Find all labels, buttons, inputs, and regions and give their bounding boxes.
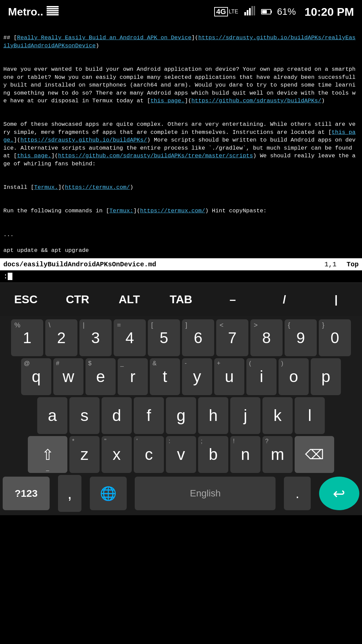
key-t[interactable]: &t — [150, 358, 180, 395]
key-s[interactable]: s — [69, 397, 100, 434]
slash-key[interactable]: / — [258, 283, 310, 316]
key-1[interactable]: %1 — [11, 319, 43, 356]
key-y[interactable]: -y — [182, 358, 212, 395]
keyboard: %1 \2 |3 =4 [5 ]6 <7 >8 {9 }0 @q #w $e _… — [0, 316, 362, 515]
key-z[interactable]: *z — [69, 436, 100, 473]
status-icons: 4G LTE 61% 10:20 PM — [214, 5, 354, 18]
network-icon: 4G LTE — [214, 7, 238, 16]
4g-label: 4G — [214, 7, 228, 16]
battery-percent: 61% — [277, 6, 296, 17]
cursor-block — [8, 273, 12, 280]
svg-rect-2 — [47, 10, 59, 11]
zxcv-row: ⇧ _ *z "x 'c :v ;b !n ?m ⌫ — [0, 436, 362, 473]
key-d[interactable]: d — [102, 397, 132, 434]
svg-rect-0 — [47, 6, 59, 7]
signal-bars-icon — [244, 6, 255, 18]
carrier-name: Metro.. — [8, 6, 43, 18]
key-b[interactable]: ;b — [198, 436, 228, 473]
key-5[interactable]: [5 — [148, 319, 180, 356]
key-x[interactable]: "x — [102, 436, 132, 473]
key-a[interactable]: a — [37, 397, 67, 434]
key-3[interactable]: |3 — [79, 319, 112, 356]
svg-rect-3 — [47, 12, 59, 13]
cmd-prompt: : — [3, 272, 8, 281]
svg-rect-6 — [247, 10, 248, 15]
alt-key[interactable]: ALT — [104, 283, 155, 316]
svg-rect-8 — [251, 6, 253, 15]
key-p[interactable]: p — [311, 358, 341, 395]
svg-rect-1 — [47, 8, 59, 9]
key-n[interactable]: !n — [230, 436, 260, 473]
key-u[interactable]: +u — [214, 358, 244, 395]
carrier-info: Metro.. — [8, 6, 59, 18]
key-6[interactable]: ]6 — [182, 319, 214, 356]
terminal-area: ## [Really Really Easily Build an Androi… — [0, 23, 362, 258]
esc-key[interactable]: ESC — [0, 283, 52, 316]
key-j[interactable]: j — [230, 397, 260, 434]
vim-command-line: : — [0, 270, 362, 282]
period-key[interactable]: . — [284, 477, 311, 510]
key-h[interactable]: h — [198, 397, 228, 434]
backspace-key[interactable]: ⌫ — [295, 436, 334, 473]
key-g[interactable]: g — [166, 397, 196, 434]
key-i[interactable]: (i — [246, 358, 277, 395]
key-w[interactable]: #w — [53, 358, 83, 395]
dash-key[interactable]: – — [207, 283, 258, 316]
key-r[interactable]: _r — [118, 358, 148, 395]
lte-label: LTE — [229, 9, 238, 15]
number-row: %1 \2 |3 =4 [5 ]6 <7 >8 {9 }0 — [0, 319, 362, 356]
battery-icon — [261, 9, 271, 14]
filename-display: docs/easilyBuildAndroidAPKsOnDevice.md — [3, 261, 156, 268]
qwerty-row: @q #w $e _r &t -y +u (i )o p — [0, 358, 362, 395]
svg-rect-4 — [47, 14, 59, 15]
key-v[interactable]: :v — [166, 436, 196, 473]
key-8[interactable]: >8 — [250, 319, 283, 356]
key-2[interactable]: \2 — [45, 319, 77, 356]
key-o[interactable]: )o — [279, 358, 309, 395]
special-keys-row[interactable]: ESC CTR ALT TAB – / | — [0, 282, 362, 316]
key-q[interactable]: @q — [21, 358, 51, 395]
ctrl-key[interactable]: CTR — [52, 283, 103, 316]
key-0[interactable]: }0 — [319, 319, 351, 356]
bottom-row: ?123 , 🌐 English . ↩ — [0, 475, 362, 515]
symbols-key[interactable]: ?123 — [3, 477, 50, 510]
comma-key[interactable]: , — [58, 475, 81, 512]
status-bar: Metro.. 4G LTE — [0, 0, 362, 23]
svg-rect-5 — [244, 12, 246, 15]
key-c[interactable]: 'c — [134, 436, 164, 473]
key-4[interactable]: =4 — [114, 319, 146, 356]
spacebar[interactable]: English — [135, 477, 276, 510]
globe-key[interactable]: 🌐 — [90, 477, 127, 510]
vim-status-line: docs/easilyBuildAndroidAPKsOnDevice.md 1… — [0, 258, 362, 270]
cursor-position: 1,1 — [324, 261, 337, 268]
shift-key[interactable]: ⇧ _ — [28, 436, 67, 473]
pipe-key[interactable]: | — [310, 283, 362, 316]
enter-key[interactable]: ↩ — [319, 477, 359, 510]
keyboard-icon — [47, 6, 59, 18]
key-m[interactable]: ?m — [262, 436, 293, 473]
terminal-content: ## [Really Really Easily Build an Androi… — [3, 26, 359, 258]
key-7[interactable]: <7 — [216, 319, 248, 356]
key-k[interactable]: k — [262, 397, 293, 434]
tab-key[interactable]: TAB — [155, 283, 207, 316]
scroll-position: Top — [347, 261, 359, 268]
key-e[interactable]: $e — [85, 358, 116, 395]
key-9[interactable]: {9 — [285, 319, 317, 356]
asdf-row: a s d f g h j k l — [0, 397, 362, 434]
svg-rect-7 — [249, 8, 251, 15]
key-l[interactable]: l — [295, 397, 325, 434]
key-f[interactable]: f — [134, 397, 164, 434]
time-display: 10:20 PM — [305, 5, 354, 18]
svg-rect-9 — [254, 6, 255, 15]
